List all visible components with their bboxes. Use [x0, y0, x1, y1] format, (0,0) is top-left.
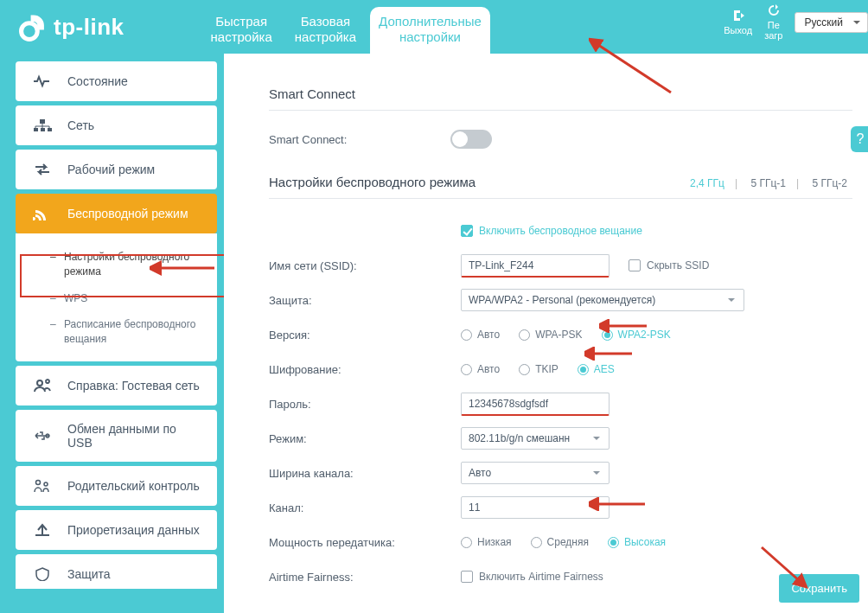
ssid-label: Имя сети (SSID):: [269, 259, 461, 272]
channel-label: Канал:: [269, 501, 461, 514]
sidebar-item-usb[interactable]: Обмен данными по USB: [16, 410, 217, 462]
security-label: Защита:: [269, 294, 461, 307]
hide-ssid-label: Скрыть SSID: [647, 259, 709, 271]
language-value: Русский: [804, 16, 843, 29]
usb-icon: [33, 428, 52, 444]
svg-point-7: [44, 482, 48, 486]
logout-icon: [731, 9, 746, 22]
reboot-button[interactable]: Пе загр: [764, 3, 782, 41]
save-button[interactable]: Сохранить: [779, 574, 859, 603]
sidebar-submenu: Настройки беспроводного режима WPS Распи…: [16, 233, 217, 361]
sidebar-label: Родительский контроль: [67, 479, 200, 493]
airtime-label: Airtime Fairness:: [269, 571, 461, 584]
channel-value: 11: [469, 501, 480, 514]
security-value: WPA/WPA2 - Personal (рекомендуется): [469, 294, 655, 306]
logout-label: Выход: [724, 25, 752, 35]
enable-wireless-label: Включить беспроводное вещание: [479, 225, 642, 237]
svg-point-6: [36, 480, 41, 484]
svg-point-0: [22, 23, 38, 40]
tx-low[interactable]: Низкая: [461, 536, 512, 548]
brand-text: tp-link: [54, 14, 124, 41]
mode-select[interactable]: 802.11b/g/n смешанн: [461, 427, 610, 450]
svg-rect-4: [48, 128, 52, 131]
sidebar-label: Защита: [67, 567, 111, 581]
enc-auto[interactable]: Авто: [461, 363, 500, 375]
svg-point-5: [37, 380, 42, 386]
smartconnect-toggle[interactable]: [450, 130, 492, 149]
smartconnect-label: Smart Connect:: [269, 133, 450, 146]
sidebar-item-status[interactable]: Состояние: [16, 61, 217, 101]
tx-mid[interactable]: Средняя: [531, 536, 589, 548]
parental-icon: [33, 478, 52, 494]
band-5b[interactable]: 5 ГГц-2: [807, 177, 852, 189]
svg-rect-2: [34, 128, 38, 131]
txpower-label: Мощность передатчика:: [269, 536, 461, 549]
sidebar-label: Состояние: [67, 74, 128, 88]
svg-rect-3: [41, 128, 45, 131]
section-title-smartconnect: Smart Connect: [269, 74, 852, 111]
mode-label: Режим:: [269, 432, 461, 445]
reboot-icon: [766, 3, 782, 17]
sidebar: Состояние Сеть Рабочий режим Беспроводно…: [0, 54, 224, 613]
sidebar-item-parental[interactable]: Родительский контроль: [16, 466, 217, 506]
sidebar-label: Обмен данными по USB: [67, 422, 203, 450]
band-tabs: 2,4 ГГц| 5 ГГц-1| 5 ГГц-2: [685, 177, 852, 189]
airtime-checkbox[interactable]: Включить Airtime Fairness: [461, 571, 603, 583]
tab-quick-setup[interactable]: Быстрая настройка: [202, 7, 281, 54]
sidebar-label: Беспроводной режим: [67, 207, 188, 220]
password-input[interactable]: [461, 393, 610, 416]
wifi-icon: [33, 206, 52, 221]
sidebar-item-security[interactable]: Защита: [16, 554, 217, 589]
band-5a[interactable]: 5 ГГц-1: [745, 177, 791, 189]
encryption-label: Шифрование:: [269, 363, 461, 376]
band-24[interactable]: 2,4 ГГц: [685, 177, 730, 189]
ssid-input[interactable]: [461, 254, 610, 278]
svg-rect-1: [40, 119, 45, 124]
sidebar-label: Рабочий режим: [67, 163, 155, 176]
pulse-icon: [33, 73, 52, 89]
sidebar-label: Справка: Гостевая сеть: [67, 379, 200, 393]
sidebar-label: Приоретизация данных: [67, 523, 200, 537]
security-select[interactable]: WPA/WPA2 - Personal (рекомендуется): [461, 289, 744, 311]
sub-item-wireless-settings[interactable]: Настройки беспроводного режима: [16, 244, 217, 285]
brand-logo: tp-link: [19, 0, 124, 42]
airtime-opt-label: Включить Airtime Fairness: [479, 571, 603, 583]
version-label: Версия:: [269, 329, 461, 342]
logout-button[interactable]: Выход: [724, 9, 752, 35]
sidebar-item-network[interactable]: Сеть: [16, 105, 217, 145]
enc-tkip[interactable]: TKIP: [519, 363, 558, 375]
tx-high[interactable]: Высокая: [608, 536, 666, 548]
network-icon: [33, 118, 52, 133]
chwidth-select[interactable]: Авто: [461, 462, 610, 484]
sub-item-wps[interactable]: WPS: [16, 285, 217, 312]
sidebar-label: Сеть: [67, 118, 94, 132]
password-label: Пароль:: [269, 398, 461, 411]
tab-advanced[interactable]: Дополнительные настройки: [370, 7, 490, 54]
guest-icon: [33, 378, 52, 393]
sidebar-item-wireless[interactable]: Беспроводной режим: [16, 194, 217, 233]
help-icon: ?: [857, 131, 865, 147]
sidebar-item-qos[interactable]: Приоретизация данных: [16, 510, 217, 550]
version-wpa2[interactable]: WPA2-PSK: [602, 329, 671, 341]
enable-wireless-checkbox[interactable]: Включить беспроводное вещание: [461, 225, 642, 237]
channel-select[interactable]: 11: [461, 496, 610, 519]
priority-icon: [33, 522, 52, 538]
hide-ssid-checkbox[interactable]: Скрыть SSID: [629, 259, 709, 271]
sidebar-item-opmode[interactable]: Рабочий режим: [16, 150, 217, 189]
sub-item-schedule[interactable]: Расписание беспроводного вещания: [16, 311, 217, 353]
sidebar-item-guest[interactable]: Справка: Гостевая сеть: [16, 366, 217, 405]
swap-icon: [33, 162, 52, 177]
enc-aes[interactable]: AES: [578, 363, 615, 375]
reboot-label: Пе загр: [764, 20, 782, 41]
shield-icon: [33, 566, 52, 582]
content-panel: ? Smart Connect Smart Connect: Настройки…: [224, 54, 868, 613]
language-select[interactable]: Русский: [795, 12, 868, 33]
version-auto[interactable]: Авто: [461, 329, 500, 341]
help-button[interactable]: ?: [851, 126, 868, 152]
tplink-logo-icon: [19, 12, 48, 42]
tab-basic[interactable]: Базовая настройка: [286, 7, 365, 54]
chwidth-label: Ширина канала:: [269, 467, 461, 480]
mode-value: 802.11b/g/n смешанн: [469, 432, 570, 444]
chwidth-value: Авто: [469, 467, 491, 479]
version-wpa[interactable]: WPA-PSK: [519, 329, 582, 341]
